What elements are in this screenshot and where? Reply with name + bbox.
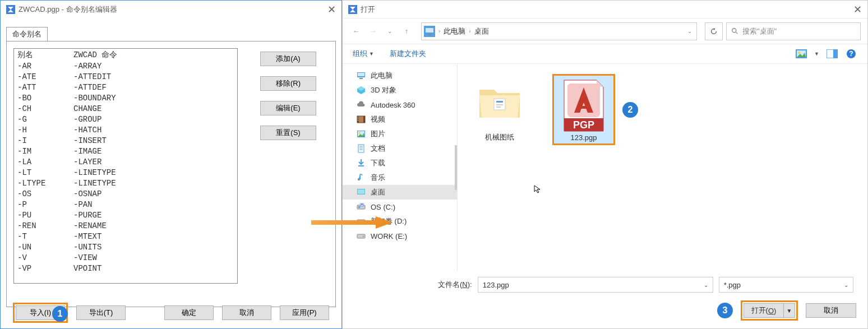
up-icon[interactable]: ↑ xyxy=(400,25,413,38)
svg-rect-46 xyxy=(496,104,503,105)
svg-rect-16 xyxy=(359,78,363,79)
list-item[interactable]: -LA-LAYER xyxy=(14,157,237,168)
preview-pane-icon[interactable] xyxy=(826,49,838,59)
forward-icon[interactable]: → xyxy=(366,25,380,38)
refresh-button[interactable] xyxy=(705,22,723,40)
col-header-alias: 别名 xyxy=(17,50,73,60)
tree-item[interactable]: Autodesk 360 xyxy=(343,98,457,112)
close-icon[interactable]: ✕ xyxy=(853,3,862,16)
alias-editor-dialog: ZWCAD.pgp - 命令别名编辑器 ✕ 命令别名 别名 ZWCAD 命令 -… xyxy=(0,0,342,329)
list-item[interactable]: -V-VIEW xyxy=(14,253,237,263)
list-item[interactable]: -T-MTEXT xyxy=(14,231,237,242)
breadcrumb[interactable]: › 此电脑 › 桌面 ⌄ xyxy=(421,22,697,40)
list-item[interactable]: -P-PAN xyxy=(14,200,237,210)
alias-listbox[interactable]: 别名 ZWCAD 命令 -AR-ARRAY-ATE-ATTEDIT-ATT-AT… xyxy=(13,48,238,284)
tree-item[interactable]: 图片 xyxy=(343,127,457,141)
tree-item[interactable]: 桌面 xyxy=(343,185,457,200)
cancel-button[interactable]: 取消 xyxy=(222,305,271,320)
svg-rect-15 xyxy=(358,73,364,76)
list-item[interactable]: -LTYPE-LINETYPE xyxy=(14,178,237,189)
list-item[interactable]: -PU-PURGE xyxy=(14,210,237,221)
list-item[interactable]: -ATE-ATTEDIT xyxy=(14,72,237,82)
list-item[interactable]: -VPVPOINT xyxy=(14,263,237,274)
doc-icon xyxy=(356,143,366,154)
view-picture-icon[interactable] xyxy=(795,49,807,59)
filename-value: 123.pgp xyxy=(483,281,509,289)
open-file-dialog: 打开 ✕ ← → ⌄ ↑ › 此电脑 › 桌面 ⌄ 搜索"桌面" xyxy=(342,0,868,329)
view-dropdown-icon[interactable]: ▼ xyxy=(814,51,819,57)
tree-item[interactable]: 此电脑 xyxy=(343,68,457,83)
svg-point-21 xyxy=(358,118,358,119)
file-pgp-tile[interactable]: PGP 123.pgp xyxy=(553,74,615,145)
svg-rect-34 xyxy=(358,189,364,194)
tree-item[interactable]: 3D 对象 xyxy=(343,83,457,98)
list-item[interactable]: -OS-OSNAP xyxy=(14,189,237,200)
list-item[interactable]: -BO-BOUNDARY xyxy=(14,93,237,104)
tree-item[interactable]: 视频 xyxy=(343,112,457,127)
disk-c-icon xyxy=(356,202,366,212)
arrow-icon xyxy=(308,214,398,231)
reset-button[interactable]: 重置(S) xyxy=(260,126,316,140)
cancel-button[interactable]: 取消 xyxy=(806,303,856,318)
export-button[interactable]: 导出(T) xyxy=(76,305,126,320)
list-item[interactable]: -ATT-ATTDEF xyxy=(14,82,237,93)
list-item[interactable]: -AR-ARRAY xyxy=(14,61,237,72)
svg-rect-32 xyxy=(360,174,361,179)
organize-menu[interactable]: 组织 ▼ xyxy=(353,49,374,59)
crumb-pc[interactable]: 此电脑 xyxy=(444,26,465,36)
tree-item[interactable]: 音乐 xyxy=(343,170,457,185)
filter-combo[interactable]: *.pgp ⌄ xyxy=(719,277,853,293)
svg-rect-4 xyxy=(428,34,431,35)
open-button[interactable]: 打开(O) ▼ xyxy=(744,303,795,318)
list-item[interactable]: -CHCHANGE xyxy=(14,104,237,114)
list-item[interactable]: -REN-RENAME xyxy=(14,221,237,231)
titlebar: ZWCAD.pgp - 命令别名编辑器 ✕ xyxy=(1,1,341,18)
svg-text:?: ? xyxy=(849,50,853,58)
chevron-down-icon[interactable]: ⌄ xyxy=(687,28,692,34)
search-input[interactable]: 搜索"桌面" xyxy=(726,22,861,40)
open-dropdown-icon[interactable]: ▼ xyxy=(784,303,795,318)
callout-1: 1 xyxy=(52,306,68,322)
recent-dropdown-icon[interactable]: ⌄ xyxy=(383,25,396,38)
svg-point-20 xyxy=(358,117,358,117)
list-item[interactable]: -G-GROUP xyxy=(14,114,237,125)
chevron-down-icon[interactable]: ⌄ xyxy=(704,282,708,288)
tree-item[interactable]: 下载 xyxy=(343,156,457,170)
pgp-file-icon: PGP xyxy=(558,79,609,132)
remove-button[interactable]: 移除(R) xyxy=(260,76,316,91)
ok-button[interactable]: 确定 xyxy=(164,305,214,320)
svg-point-5 xyxy=(732,28,736,32)
tree-item[interactable]: OS (C:) xyxy=(343,200,457,214)
folder-tree[interactable]: 此电脑3D 对象Autodesk 360视频图片文档下载音乐桌面OS (C:)新… xyxy=(343,64,458,271)
svg-text:PGP: PGP xyxy=(573,119,594,131)
tree-scrollbar[interactable] xyxy=(455,64,457,271)
apply-button[interactable]: 应用(P) xyxy=(280,305,329,320)
list-item[interactable]: -I-INSERT xyxy=(14,136,237,146)
crumb-desktop[interactable]: 桌面 xyxy=(474,26,489,36)
tree-item[interactable]: 文档 xyxy=(343,141,457,156)
back-icon[interactable]: ← xyxy=(349,25,363,38)
help-icon[interactable]: ? xyxy=(845,49,857,59)
filename-combo[interactable]: 123.pgp ⌄ xyxy=(478,277,713,293)
callout-3: 3 xyxy=(717,303,733,318)
open-titlebar: 打开 ✕ xyxy=(343,1,867,18)
file-pane[interactable]: 机械图纸 xyxy=(458,64,867,271)
svg-point-31 xyxy=(358,178,360,180)
cloud-icon xyxy=(356,100,366,110)
file-folder-tile[interactable]: 机械图纸 xyxy=(469,74,530,142)
monitor-icon xyxy=(356,71,366,81)
list-item[interactable]: -LT-LINETYPE xyxy=(14,168,237,178)
tab-alias[interactable]: 命令别名 xyxy=(6,27,48,41)
app-icon xyxy=(6,5,15,14)
filename-label: 文件名(N): xyxy=(438,280,472,290)
new-folder-button[interactable]: 新建文件夹 xyxy=(390,49,426,59)
search-placeholder: 搜索"桌面" xyxy=(742,26,777,36)
list-item[interactable]: -UN-UNITS xyxy=(14,242,237,253)
close-icon[interactable]: ✕ xyxy=(327,3,336,16)
list-item[interactable]: -H-HATCH xyxy=(14,125,237,136)
list-item[interactable]: -IM-IMAGE xyxy=(14,146,237,157)
chevron-down-icon[interactable]: ⌄ xyxy=(844,282,848,288)
svg-rect-3 xyxy=(426,28,433,33)
edit-button[interactable]: 编辑(E) xyxy=(260,101,316,115)
add-button[interactable]: 添加(A) xyxy=(260,52,316,66)
